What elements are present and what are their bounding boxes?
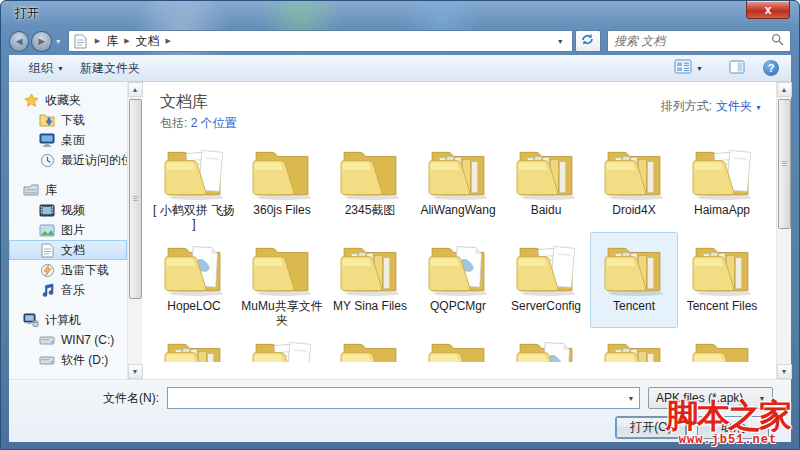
folder-item[interactable]: ServerConfig: [502, 232, 590, 328]
preview-pane-button[interactable]: [721, 57, 753, 80]
search-input[interactable]: [614, 34, 771, 48]
sidebar-group-2[interactable]: 计算机: [9, 310, 127, 330]
folder-item-partial[interactable]: [502, 328, 590, 362]
breadcrumb-arrow-icon: ▶: [95, 37, 100, 45]
folder-item[interactable]: HaimaApp: [678, 136, 766, 232]
cancel-button[interactable]: 取消: [697, 416, 769, 439]
folder-icon: [599, 335, 669, 362]
scroll-up-icon[interactable]: ▲: [777, 82, 792, 97]
sidebar-item-picture-1[interactable]: 图片: [9, 220, 127, 240]
back-button[interactable]: ◄: [9, 31, 29, 52]
sidebar-item-recent-2[interactable]: 最近访问的位置: [9, 150, 127, 170]
folder-item[interactable]: AliWangWang: [414, 136, 502, 232]
folder-item[interactable]: 2345截图: [326, 136, 414, 232]
library-subtitle: 包括: 2 个位置: [160, 115, 758, 132]
sidebar-item-label: 图片: [61, 222, 85, 239]
arrange-value-link[interactable]: 文件夹: [716, 99, 752, 113]
views-icon: [674, 59, 692, 77]
recent-icon: [39, 152, 55, 168]
sidebar-item-label: 音乐: [61, 282, 85, 299]
folder-item[interactable]: MY Sina Files: [326, 232, 414, 328]
folder-icon: [247, 143, 317, 201]
folder-icon: [423, 143, 493, 201]
back-icon: ◄: [14, 35, 25, 47]
address-bar[interactable]: ▶ 库 ▶ 文档 ▶ ▼: [68, 30, 573, 52]
sidebar-item-label: 软件 (D:): [61, 352, 108, 369]
open-button[interactable]: 打开(O): [615, 416, 687, 439]
folder-icon: [511, 335, 581, 362]
new-folder-button[interactable]: 新建文件夹: [72, 57, 148, 80]
folder-name: 360js Files: [253, 203, 310, 217]
search-icon: [771, 33, 784, 49]
folder-item[interactable]: QQPCMgr: [414, 232, 502, 328]
folder-item-partial[interactable]: [678, 328, 766, 362]
scroll-down-icon[interactable]: ▼: [777, 364, 792, 379]
title-bar: 打开 x: [1, 1, 799, 27]
folder-item[interactable]: MuMu共享文件夹: [238, 232, 326, 328]
refresh-button[interactable]: [575, 30, 601, 52]
filetype-select[interactable]: APK files (*.apk) ▼: [648, 387, 773, 409]
sidebar-item-music-4[interactable]: 音乐: [9, 280, 127, 300]
folder-item[interactable]: Tencent Files: [678, 232, 766, 328]
search-box[interactable]: [607, 30, 791, 52]
dialog-body: 收藏夹下载桌面最近访问的位置库视频图片文档迅雷下载音乐计算机WIN7 (C:)软…: [9, 82, 791, 379]
includes-locations-link[interactable]: 2 个位置: [191, 116, 237, 130]
folder-item-partial[interactable]: [238, 328, 326, 362]
dialog-footer: 文件名(N): ▼ APK files (*.apk) ▼ 打开(O) 取消: [9, 379, 791, 442]
sidebar-group-0[interactable]: 收藏夹: [9, 90, 127, 110]
folder-item-partial[interactable]: [150, 328, 238, 362]
location-icon: [73, 33, 89, 49]
music-icon: [39, 282, 55, 298]
sidebar-item-thunder-3[interactable]: 迅雷下载: [9, 260, 127, 280]
drive-icon: [39, 332, 55, 348]
help-button[interactable]: ?: [763, 60, 779, 76]
library-icon: [23, 182, 39, 198]
folder-item-partial[interactable]: [326, 328, 414, 362]
content-scrollbar[interactable]: ▲ ▼: [776, 82, 791, 379]
sidebar-item-label: 迅雷下载: [61, 262, 109, 279]
sidebar-scrollbar[interactable]: ▲ ▼: [127, 82, 142, 379]
chevron-down-icon: ▼: [755, 104, 762, 111]
change-view-button[interactable]: ▼: [666, 56, 711, 80]
history-dropdown-icon[interactable]: ▼: [55, 38, 62, 45]
organize-button[interactable]: 组织 ▼: [21, 57, 72, 80]
folder-item[interactable]: Baidu: [502, 136, 590, 232]
command-toolbar: 组织 ▼ 新建文件夹 ▼ ?: [9, 55, 791, 82]
folder-icon: [247, 239, 317, 297]
sidebar-item-drive-0[interactable]: WIN7 (C:): [9, 330, 127, 350]
folder-icon: [159, 239, 229, 297]
folder-icon: [599, 143, 669, 201]
breadcrumb-documents[interactable]: 文档: [136, 33, 160, 50]
filename-field[interactable]: ▼: [167, 387, 640, 409]
folder-name: Baidu: [531, 203, 562, 217]
sidebar-item-desktop-1[interactable]: 桌面: [9, 130, 127, 150]
scroll-down-icon[interactable]: ▼: [128, 364, 143, 379]
folder-item[interactable]: [ 小鹤双拼 飞扬 ]: [150, 136, 238, 232]
address-dropdown-icon[interactable]: ▼: [553, 38, 568, 45]
folder-item[interactable]: Tencent: [590, 232, 678, 328]
close-button[interactable]: x: [746, 1, 790, 19]
breadcrumb-libraries[interactable]: 库: [106, 33, 118, 50]
filename-dropdown-icon[interactable]: ▼: [623, 395, 639, 402]
folder-item-partial[interactable]: [590, 328, 678, 362]
breadcrumb-arrow-icon: ▶: [124, 37, 129, 45]
sidebar-scroll-thumb[interactable]: [129, 99, 142, 299]
sidebar-group-1[interactable]: 库: [9, 180, 127, 200]
filename-input[interactable]: [168, 389, 623, 407]
sidebar-item-document-2[interactable]: 文档: [9, 240, 127, 260]
folder-item[interactable]: 360js Files: [238, 136, 326, 232]
folder-item[interactable]: Droid4X: [590, 136, 678, 232]
toolbar-right-group: ▼ ?: [666, 56, 779, 80]
content-scroll-thumb[interactable]: [778, 99, 791, 229]
folder-icon: [335, 143, 405, 201]
forward-button[interactable]: ►: [31, 31, 51, 52]
sidebar-item-video-0[interactable]: 视频: [9, 200, 127, 220]
sidebar-item-label: 视频: [61, 202, 85, 219]
folder-item[interactable]: HopeLOC: [150, 232, 238, 328]
sidebar-item-drive-1[interactable]: 软件 (D:): [9, 350, 127, 370]
forward-icon: ►: [36, 35, 47, 47]
scroll-up-icon[interactable]: ▲: [128, 82, 143, 97]
folder-item-partial[interactable]: [414, 328, 502, 362]
sidebar-item-folder-download-0[interactable]: 下载: [9, 110, 127, 130]
navigation-bar: ◄ ► ▼ ▶ 库 ▶ 文档 ▶ ▼: [9, 27, 791, 55]
